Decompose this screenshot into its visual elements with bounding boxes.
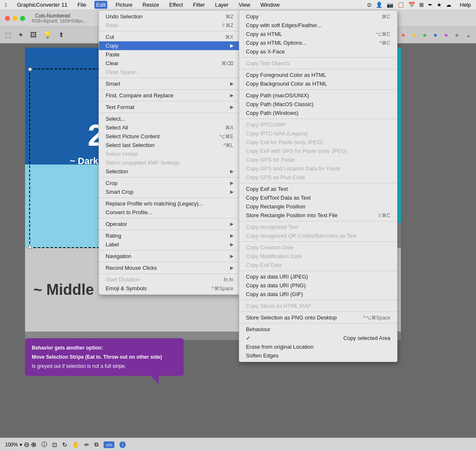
- menu-help[interactable]: Help: [458, 1, 473, 9]
- menu-rating[interactable]: Rating ▶: [99, 231, 240, 240]
- submenu-copy-fg-color-label: Copy Foreground Color as HTML: [246, 72, 326, 78]
- submenu-copy-html[interactable]: Copy as HTML ⌥⌘C: [239, 30, 397, 38]
- statusbar-info-badge[interactable]: i: [119, 441, 125, 448]
- submenu-copy-fg-color[interactable]: Copy Foreground Color as HTML: [239, 71, 397, 79]
- handle-bottomleft[interactable]: [28, 246, 32, 249]
- menu-replace-profile[interactable]: Replace Profile w/o matching (Legacy)...: [99, 199, 240, 208]
- submenu-copy-xface[interactable]: Copy as X-Face: [239, 47, 397, 56]
- submenu-store-selection-png[interactable]: Store Selection as PNG onto Desktop ^⌥⌘S…: [239, 313, 397, 322]
- menu-cut[interactable]: Cut ⌘X: [99, 33, 240, 41]
- submenu-sep-4: [239, 119, 397, 119]
- submenu-copy-path-classic[interactable]: Copy Path (MacOS Classic): [239, 100, 397, 109]
- close-button[interactable]: [5, 16, 10, 21]
- submenu-copy-uri-jpeg[interactable]: Copy as data URI (JPEG): [239, 272, 397, 281]
- menu-emoji[interactable]: Emoji & Symbols ^⌘Space: [99, 284, 240, 293]
- apple-menu[interactable]: : [3, 1, 9, 9]
- menu-select[interactable]: Select...: [99, 114, 240, 123]
- menu-convert-profile[interactable]: Convert to Profile...: [99, 208, 240, 217]
- menu-select-picture[interactable]: Select Picture Content ⌥⌘E: [99, 132, 240, 141]
- submenu-copy-html-options-label: Copy as HTML Options...: [246, 40, 306, 46]
- minimize-button[interactable]: [13, 16, 18, 21]
- menu-operator-label: Operator: [106, 221, 127, 227]
- menu-layer[interactable]: Layer: [213, 1, 230, 9]
- crop-icon[interactable]: ⊡: [52, 441, 57, 448]
- menu-filter[interactable]: Filter: [191, 1, 207, 9]
- toolbar-image-icon[interactable]: 🖼: [28, 30, 38, 41]
- menu-select-label: Select...: [106, 116, 125, 122]
- info-icon[interactable]: ⓘ: [41, 441, 47, 448]
- submenu-copy-html-options[interactable]: Copy as HTML Options... ^⌘C: [239, 38, 397, 47]
- toolbar-share-icon[interactable]: ⬆: [57, 29, 66, 41]
- menu-label[interactable]: Label ▶: [99, 240, 240, 249]
- menu-resize[interactable]: Resize: [141, 1, 161, 9]
- toolbar-color6: ●: [453, 30, 461, 41]
- unit-display[interactable]: cm: [104, 441, 115, 448]
- separator-7: [99, 198, 240, 198]
- edit-menu: Undo Selection ⌘Z Redo ⇧⌘Z Cut ⌘X Copy ▶…: [99, 10, 241, 295]
- tooltip-title: Behavior gets another option:: [32, 345, 177, 351]
- menu-copy[interactable]: Copy ▶: [99, 41, 240, 50]
- star-icon: ★: [437, 2, 442, 8]
- menu-clear[interactable]: Clear ⌘⌫: [99, 59, 240, 68]
- submenu-copy-bg-color[interactable]: Copy Background Color as HTML: [239, 79, 397, 88]
- menu-selection-arrow: ▶: [230, 169, 233, 174]
- submenu-copy[interactable]: Copy ⌘C: [239, 12, 397, 21]
- submenu-copy-mod-date-label: Copy Modification Date: [246, 253, 302, 259]
- handle-topleft[interactable]: [28, 68, 32, 71]
- submenu-copy-gps: Copy GPS for Paste: [239, 155, 397, 164]
- submenu-copy-selected-area[interactable]: ✓ Copy selected Area: [239, 334, 397, 342]
- submenu-copy-exif-text[interactable]: Copy Exif as Text: [239, 185, 397, 193]
- hand-icon[interactable]: ✋: [72, 441, 79, 448]
- menu-graphicconverter[interactable]: GraphicConverter 11: [15, 1, 69, 9]
- menu-window[interactable]: Window: [258, 1, 281, 9]
- menu-operator[interactable]: Operator ▶: [99, 220, 240, 228]
- menu-crop[interactable]: Crop ▶: [99, 179, 240, 187]
- submenu-copy-path-unix[interactable]: Copy Path (macOS/UNIX): [239, 91, 397, 100]
- submenu-copy-rect-pos[interactable]: Copy Rectangle Position: [239, 202, 397, 211]
- submenu-erase-location[interactable]: Erase from original Location: [239, 342, 397, 351]
- menu-file[interactable]: File: [76, 1, 88, 9]
- submenu-store-rect-pos[interactable]: Store Rectangle Position into Text File …: [239, 211, 397, 220]
- menu-smart[interactable]: Smart ▶: [99, 79, 240, 88]
- menu-select-last-label: Select last Selection: [106, 142, 154, 148]
- menu-find[interactable]: Find, Compare and Replace ▶: [99, 91, 240, 100]
- menu-select-all-shortcut: ⌘A: [225, 125, 233, 131]
- toolbar-select-icon[interactable]: ⬚: [3, 29, 13, 41]
- menu-edit[interactable]: Edit: [94, 1, 107, 9]
- menu-undo[interactable]: Undo Selection ⌘Z: [99, 12, 240, 21]
- menu-record[interactable]: Record Mouse Clicks ▶: [99, 264, 240, 272]
- toolbar-chevron-icon[interactable]: ⌄: [464, 29, 473, 41]
- separator-6: [99, 177, 240, 177]
- zoom-dropdown-icon[interactable]: ▾: [20, 442, 22, 448]
- submenu-soften-edges[interactable]: Soften Edges: [239, 351, 397, 360]
- toolbar-light-icon[interactable]: 💡: [42, 29, 53, 41]
- submenu-copy-uri-gif[interactable]: Copy as data URI (GIF): [239, 290, 397, 299]
- menu-select-all[interactable]: Select All ⌘A: [99, 123, 240, 132]
- submenu-copy-iptc-naa-label: Copy IPTC-NAA (Legacy): [246, 130, 308, 137]
- menu-view[interactable]: View: [237, 1, 252, 9]
- menu-paste[interactable]: Paste: [99, 50, 240, 59]
- menu-picture[interactable]: Picture: [114, 1, 134, 9]
- zoom-button[interactable]: [20, 16, 25, 21]
- menu-select-last[interactable]: Select last Selection ^⌘L: [99, 141, 240, 149]
- menu-selection[interactable]: Selection ▶: [99, 167, 240, 176]
- clone-icon[interactable]: ⧉: [94, 441, 99, 448]
- menu-effect[interactable]: Effect: [167, 1, 185, 9]
- separator-3: [99, 89, 240, 90]
- rotate-icon[interactable]: ↻: [62, 441, 67, 448]
- menu-crop-arrow: ▶: [230, 180, 233, 186]
- menu-smart-crop[interactable]: Smart Crop ▶: [99, 187, 240, 196]
- menu-navigation[interactable]: Navigation ▶: [99, 252, 240, 261]
- zoom-in-button[interactable]: ⊕: [31, 441, 36, 448]
- submenu-copy-uri-png[interactable]: Copy as data URI (PNG): [239, 281, 397, 290]
- submenu-copy-exiftool[interactable]: Copy ExifTool Data as Text: [239, 193, 397, 202]
- toolbar-lasso-icon[interactable]: ✦: [16, 29, 25, 41]
- submenu-copy-path-windows[interactable]: Copy Path (Windows): [239, 109, 397, 117]
- zoom-out-button[interactable]: ⊖: [24, 441, 29, 448]
- separator-12: [99, 274, 240, 274]
- menu-redo-label: Redo: [106, 22, 119, 28]
- submenu-copy-soft[interactable]: Copy with soft Edges/Feather...: [239, 21, 397, 30]
- pencil-icon[interactable]: ✏: [84, 441, 89, 448]
- separator-1: [99, 31, 240, 31]
- menu-textformat[interactable]: Text Format ▶: [99, 103, 240, 111]
